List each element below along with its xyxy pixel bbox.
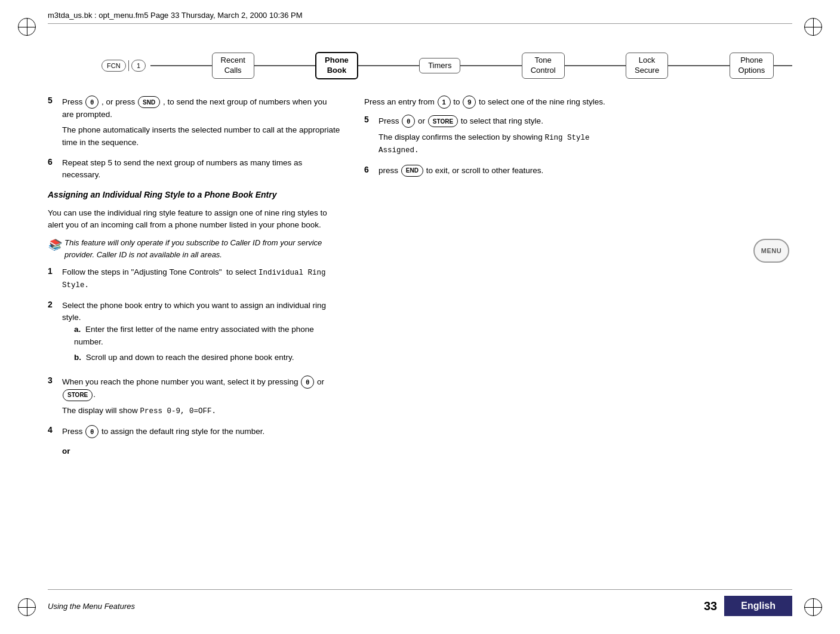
step-6-top: 6 Repeat step 5 to send the next group o… xyxy=(48,157,340,181)
note-box: 📚 This feature will only operate if you … xyxy=(48,237,340,260)
step-5-press-text: Press xyxy=(62,97,85,106)
step-1-content: Follow the steps in "Adjusting Tone Cont… xyxy=(62,266,340,291)
substep-b-label: b. xyxy=(74,353,81,362)
step-5-or-press: , or press xyxy=(101,97,137,106)
btn-nine[interactable]: 9 xyxy=(463,96,476,109)
tab-lock-secure-box[interactable]: LockSecure xyxy=(626,53,668,79)
pill-divider xyxy=(128,60,130,71)
right-step-6: 6 press END to exit, or scroll to other … xyxy=(364,165,792,177)
footer-section: Using the Menu Features xyxy=(48,602,704,611)
tab-recent-calls[interactable]: RecentCalls xyxy=(212,53,254,79)
step-5-top-content: Press θ , or press SND , to send the nex… xyxy=(62,96,340,149)
step-6-top-num: 6 xyxy=(48,157,57,181)
step-5-top: 5 Press θ , or press SND , to send the n… xyxy=(48,96,340,149)
step-6-top-content: Repeat step 5 to send the next group of … xyxy=(62,157,340,181)
tab-phone-options-box[interactable]: PhoneOptions xyxy=(730,53,774,79)
tab-line-5 xyxy=(668,65,729,66)
tab-recent-calls-box[interactable]: RecentCalls xyxy=(212,53,254,79)
tab-phone-options[interactable]: PhoneOptions xyxy=(730,53,774,79)
reg-mark-tl xyxy=(18,18,36,36)
reg-mark-br xyxy=(804,598,822,616)
tab-phone-book-box[interactable]: PhoneBook xyxy=(315,52,358,79)
left-column: 5 Press θ , or press SND , to send the n… xyxy=(48,96,340,456)
body-para: You can use the individual ring style fe… xyxy=(48,207,340,232)
btn-end[interactable]: END xyxy=(401,165,423,177)
right-step-5: 5 Press θ or STORE to select that ring s… xyxy=(364,115,792,156)
step-1: 1 Follow the steps in "Adjusting Tone Co… xyxy=(48,266,340,291)
btn-one[interactable]: 1 xyxy=(438,96,451,109)
tab-line-4 xyxy=(565,65,626,66)
step-3-content: When you reach the phone number you want… xyxy=(62,376,340,417)
fcn-pill[interactable]: FCN xyxy=(101,60,126,72)
tab-lock-secure[interactable]: LockSecure xyxy=(626,53,668,79)
btn-store-right[interactable]: STORE xyxy=(428,115,458,127)
btn-zero-3[interactable]: θ xyxy=(85,425,99,438)
footer-page-number: 33 xyxy=(704,599,717,613)
reg-mark-bl xyxy=(18,598,36,616)
step-2: 2 Select the phone book entry to which y… xyxy=(48,300,340,367)
menu-btn-label: MENU xyxy=(761,247,781,254)
footer: Using the Menu Features 33 English xyxy=(48,589,792,616)
note-text: This feature will only operate if you su… xyxy=(64,237,340,260)
btn-zero-2[interactable]: θ xyxy=(301,376,314,389)
btn-store-1[interactable]: STORE xyxy=(63,389,93,401)
tab-line-0 xyxy=(150,65,211,66)
note-icon: 📚 xyxy=(48,237,61,260)
step-3-sub: The display will show Press 0-9, 0=OFF. xyxy=(62,405,340,417)
right-step-5-sub: The display confirms the selection by sh… xyxy=(379,131,589,156)
step-3-num: 3 xyxy=(48,376,57,417)
or-text: or xyxy=(62,447,340,456)
step-5-sub: The phone automatically inserts the sele… xyxy=(62,124,340,149)
right-step-6-num: 6 xyxy=(364,165,374,177)
right-step-5-content: Press θ or STORE to select that ring sty… xyxy=(379,115,589,156)
main-content: 5 Press θ , or press SND , to send the n… xyxy=(48,96,792,586)
step-4-num: 4 xyxy=(48,425,57,438)
tab-line-3 xyxy=(460,65,521,66)
step-5-top-num: 5 xyxy=(48,96,57,149)
tab-tone-control-box[interactable]: ToneControl xyxy=(522,53,565,79)
substep-b-text: Scroll up and down to reach the desired … xyxy=(86,353,294,362)
menu-button[interactable]: MENU xyxy=(753,239,789,263)
substep-b: b. Scroll up and down to reach the desir… xyxy=(74,352,340,364)
tab-timers-box[interactable]: Timers xyxy=(419,58,460,74)
nav-bar: FCN 1 RecentCalls PhoneBook Timers ToneC… xyxy=(101,45,792,87)
footer-language: English xyxy=(724,596,792,616)
substep-a-text: Enter the first letter of the name entry… xyxy=(74,325,314,346)
step-1-num: 1 xyxy=(48,266,57,291)
tab-tone-control[interactable]: ToneControl xyxy=(522,53,565,79)
right-step-6-content: press END to exit, or scroll to other fe… xyxy=(379,165,543,177)
substep-a-label: a. xyxy=(74,325,81,334)
substep-a: a. Enter the first letter of the name en… xyxy=(74,324,340,348)
tab-timers[interactable]: Timers xyxy=(419,58,460,74)
one-pill[interactable]: 1 xyxy=(131,60,146,72)
step-2-num: 2 xyxy=(48,300,57,367)
right-column: Press an entry from 1 to 9 to select one… xyxy=(364,96,792,456)
right-intro: Press an entry from 1 to 9 to select one… xyxy=(364,96,792,109)
section-heading: Assigning an Individual Ring Style to a … xyxy=(48,189,340,201)
reg-mark-tr xyxy=(804,18,822,36)
step-3: 3 When you reach the phone number you wa… xyxy=(48,376,340,417)
btn-zero-1[interactable]: θ xyxy=(85,96,99,109)
nav-pills: FCN 1 xyxy=(101,60,148,72)
footer-section-text: Using the Menu Features xyxy=(48,602,135,611)
right-step-5-num: 5 xyxy=(364,115,374,156)
step-4: 4 Press θ to assign the default ring sty… xyxy=(48,425,340,438)
btn-snd[interactable]: SND xyxy=(138,96,160,108)
btn-zero-right[interactable]: θ xyxy=(402,115,415,128)
tab-phone-book[interactable]: PhoneBook xyxy=(315,52,358,79)
step-4-content: Press θ to assign the default ring style… xyxy=(62,425,264,438)
page-header: m3tda_us.bk : opt_menu.fm5 Page 33 Thurs… xyxy=(48,11,792,24)
tab-line-6 xyxy=(774,65,792,66)
header-text: m3tda_us.bk : opt_menu.fm5 Page 33 Thurs… xyxy=(48,11,303,20)
two-col-layout: 5 Press θ , or press SND , to send the n… xyxy=(48,96,792,456)
tab-line-2 xyxy=(358,65,419,66)
tab-line-1 xyxy=(254,65,315,66)
step-2-content: Select the phone book entry to which you… xyxy=(62,300,340,367)
